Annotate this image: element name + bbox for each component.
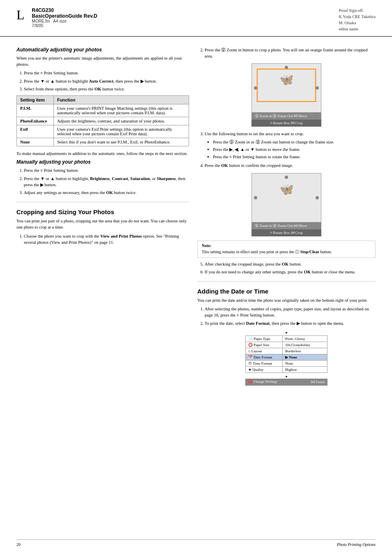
screen-label-papertype: 📄 Paper Type — [246, 335, 283, 342]
table-cell-item: None — [17, 138, 54, 146]
screen-label-layout: ⌂ Layout — [246, 348, 283, 354]
screen-label-quality: ★ Quality — [246, 366, 283, 372]
crop-steps-list: Choose the photo you want to crop with t… — [16, 233, 189, 245]
table-row: None Select this if you don't want to us… — [17, 138, 189, 146]
crop-bullet-2: Press the ▶, ◀, ▲ or ▼ button to move th… — [213, 146, 376, 153]
page-header: L R4CG230 BasicOperationGuide Rev.D MORE… — [0, 0, 392, 37]
caption-zoom-in-2: ⓖ Zoom in ⓖ Zoom Out ⒲ Move — [255, 223, 307, 229]
proof-person1: K.Yoda CRE Takehira — [339, 14, 376, 20]
dot-left-2 — [254, 196, 257, 199]
left-column: Automatically adjusting your photos When… — [16, 47, 189, 386]
crop-bullets: Press the ⓖ Zoom in or ⓖ Zoom out button… — [205, 139, 376, 160]
manual-step-1: Press the ≡ Print Setting button. — [24, 167, 189, 173]
crop-bullet-1: Press the ⓖ Zoom in or ⓖ Zoom out button… — [213, 139, 376, 145]
screen-label-dateformat: 📅 Date Format — [246, 354, 283, 360]
screen-value-quality: Highest — [283, 366, 327, 372]
auto-step-3: Select from these options, then press th… — [24, 86, 189, 92]
crop-intro: You can print just part of a photo, crop… — [16, 218, 189, 230]
note-title: Note: — [202, 243, 371, 248]
table-cell-item: PhotoEnhance — [17, 117, 54, 125]
screen-row: ⏱ Time Format None — [246, 360, 327, 366]
screen-row: ⭕ Paper Size 10x15cm(4x6in) — [246, 342, 327, 348]
meta2: A4 size — [53, 19, 67, 23]
table-cell-item: Exif — [17, 125, 54, 138]
screen-row: 📄 Paper Type Prem. Glossy — [246, 335, 327, 342]
auto-step-2: Press the ▼ or ▲ button to highlight Aut… — [24, 78, 189, 84]
image-caption-2b: ≡ Rotate Box ⒲ Crop — [251, 229, 321, 236]
table-cell-function: Uses your camera's Exif Print settings (… — [54, 125, 189, 138]
header-letter: L — [16, 8, 25, 21]
crop-final-steps: After checking the cropped image, press … — [197, 261, 376, 275]
caption-zoom-in: ⓖ Zoom in ⓖ Zoom Out ⒲ Move — [255, 113, 307, 119]
table-header-item: Setting item — [17, 96, 54, 104]
table-row: PhotoEnhance Adjusts the brightness, con… — [17, 117, 189, 125]
screen-label-papersize: ⭕ Paper Size — [246, 342, 283, 348]
image-caption-1: ⓖ Zoom in ⓖ Zoom Out ⒲ Move — [251, 113, 321, 120]
table-header-function: Function — [54, 96, 189, 104]
auto-steps-list: Press the ≡ Print Setting button. Press … — [16, 70, 189, 92]
note-box: Note: This setting remains in effect unt… — [197, 240, 376, 258]
header-title-block: R4CG230 BasicOperationGuide Rev.D MORE.f… — [32, 7, 97, 28]
note-text: This setting remains in effect until you… — [202, 250, 332, 254]
screen-table: 📄 Paper Type Prem. Glossy ⭕ Paper Size 1… — [245, 335, 327, 373]
screen-footer-change: ⭕ Change Settings — [248, 379, 277, 385]
manual-steps-list: Press the ≡ Print Setting button. Press … — [16, 167, 189, 196]
manual-heading: Manually adjusting your photos — [16, 159, 189, 165]
meta3: 7/8/05 — [32, 23, 97, 28]
date-step-2: To print the date, select Date Format, t… — [205, 320, 376, 326]
screen-footer: ⭕ Change Settings ⒲ Finish — [245, 379, 327, 386]
table-cell-function: Select this if you don't want to use P.I… — [54, 138, 189, 146]
screen-dot-bottom: ● — [285, 374, 288, 379]
settings-table: Setting item Function P.I.M. Uses your c… — [16, 95, 189, 146]
crop-step-4: Press the OK button to confirm the cropp… — [205, 162, 376, 169]
screen-label-timeformat: ⏱ Time Format — [246, 360, 283, 366]
crop-heading: Cropping and Sizing Your Photos — [16, 208, 189, 215]
crop-image-box-1: 🦋 — [251, 63, 321, 113]
meta1: MORE.fm — [32, 19, 50, 23]
dot-right-2 — [316, 196, 319, 199]
crop-bullet-3: Press the ≡ Print Setting button to rota… — [213, 154, 376, 160]
butterfly-icon: 🦋 — [279, 73, 294, 86]
screen-ui: ● 📄 Paper Type Prem. Glossy ⭕ Paper Size… — [197, 330, 376, 386]
screen-value-layout: Borderless — [283, 348, 327, 354]
butterfly-icon-2: 🦋 — [279, 183, 294, 196]
proof-person2: M. Otsuka — [339, 20, 376, 26]
screen-footer-ok: ⒲ Finish — [311, 379, 325, 385]
main-content: Automatically adjusting your photos When… — [0, 39, 392, 394]
page: L R4CG230 BasicOperationGuide Rev.D MORE… — [0, 0, 392, 555]
sub-title: BasicOperationGuide Rev.D — [32, 13, 97, 19]
proof-block: Proof Sign-off: K.Yoda CRE Takehira M. O… — [339, 7, 376, 32]
section-separator-2 — [197, 281, 376, 282]
screen-value-papertype: Prem. Glossy — [283, 335, 327, 342]
auto-step-1: Press the ≡ Print Setting button. — [24, 70, 189, 76]
table-row: Exif Uses your camera's Exif Print setti… — [17, 125, 189, 138]
auto-intro: When you use the printer's automatic ima… — [16, 55, 189, 67]
screen-row: ⌂ Layout Borderless — [246, 348, 327, 354]
crop-step-3: Use the following button to set the area… — [205, 131, 376, 160]
proof-person3: editor name — [339, 26, 376, 32]
dot-right — [316, 86, 319, 90]
manual-step-3: Adjust any settings as necessary, then p… — [24, 190, 189, 196]
manual-step-2: Press the ▼ or ▲ button to highlight, Br… — [24, 176, 189, 188]
table-cell-function: Uses your camera's PRINT Image Matching … — [54, 104, 189, 117]
date-heading: Adding the Date or Time — [197, 288, 376, 295]
section-separator — [16, 202, 189, 202]
screen-dot-indicator: ● — [285, 330, 288, 335]
table-cell-function: Adjusts the brightness, contrast, and sa… — [54, 117, 189, 125]
dot-top-2 — [285, 176, 288, 179]
crop-step3-list: Use the following button to set the area… — [197, 131, 376, 169]
screen-value-timeformat: None — [283, 360, 327, 366]
table-cell-item: P.I.M. — [17, 104, 54, 117]
image-caption-2: ⓖ Zoom in ⓖ Zoom Out ⒲ Move — [251, 222, 321, 229]
screen-row-highlight: 📅 Date Format ▶ None — [246, 354, 327, 360]
date-step-1: After selecting the photos, number of co… — [205, 306, 376, 318]
right-steps-list: Press the ⓖ Zoom in button to crop a pho… — [197, 47, 376, 59]
crop-image-box-2: 🦋 — [251, 173, 321, 222]
main-title: R4CG230 — [32, 7, 97, 13]
table-row: P.I.M. Uses your camera's PRINT Image Ma… — [17, 104, 189, 117]
crop-step-1: Choose the photo you want to crop with t… — [24, 233, 189, 245]
page-number: 20 — [16, 542, 21, 547]
right-column: Press the ⓖ Zoom in button to crop a pho… — [197, 47, 376, 386]
auto-heading: Automatically adjusting your photos — [16, 47, 189, 53]
footer-text: Photo Printing Options — [337, 542, 376, 547]
